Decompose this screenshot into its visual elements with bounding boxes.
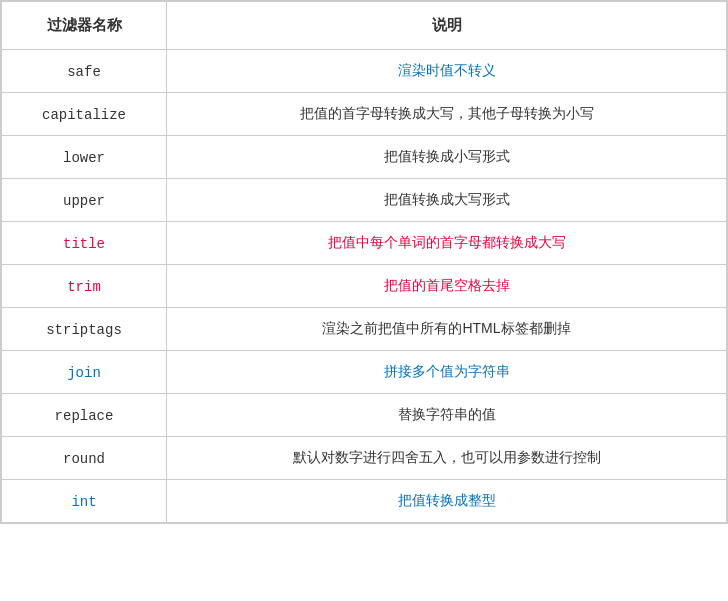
table-row: trim把值的首尾空格去掉 [2,265,727,308]
table-row: replace替换字符串的值 [2,394,727,437]
filter-name: int [2,480,167,523]
table-row: striptags渲染之前把值中所有的HTML标签都删掉 [2,308,727,351]
filter-desc: 渲染时值不转义 [167,50,727,93]
table-row: join拼接多个值为字符串 [2,351,727,394]
filter-desc: 把值转换成大写形式 [167,179,727,222]
filter-desc: 把值的首字母转换成大写，其他子母转换为小写 [167,93,727,136]
table-row: int把值转换成整型 [2,480,727,523]
filter-desc: 默认对数字进行四舍五入，也可以用参数进行控制 [167,437,727,480]
filter-name: safe [2,50,167,93]
filter-name: lower [2,136,167,179]
filter-name: trim [2,265,167,308]
filter-name: title [2,222,167,265]
col-header-desc: 说明 [167,2,727,50]
filter-desc: 拼接多个值为字符串 [167,351,727,394]
filter-name: round [2,437,167,480]
filter-table: 过滤器名称 说明 safe渲染时值不转义capitalize把值的首字母转换成大… [1,1,727,523]
filter-name: upper [2,179,167,222]
filter-desc: 把值转换成整型 [167,480,727,523]
col-header-name: 过滤器名称 [2,2,167,50]
filter-name: join [2,351,167,394]
filter-desc: 把值中每个单词的首字母都转换成大写 [167,222,727,265]
table-row: lower把值转换成小写形式 [2,136,727,179]
filter-desc: 替换字符串的值 [167,394,727,437]
filter-desc: 把值转换成小写形式 [167,136,727,179]
table-header-row: 过滤器名称 说明 [2,2,727,50]
filter-desc: 渲染之前把值中所有的HTML标签都删掉 [167,308,727,351]
filter-desc: 把值的首尾空格去掉 [167,265,727,308]
table-row: title把值中每个单词的首字母都转换成大写 [2,222,727,265]
filter-table-wrapper: 过滤器名称 说明 safe渲染时值不转义capitalize把值的首字母转换成大… [0,0,728,524]
filter-name: replace [2,394,167,437]
filter-name: striptags [2,308,167,351]
table-row: round默认对数字进行四舍五入，也可以用参数进行控制 [2,437,727,480]
table-row: upper把值转换成大写形式 [2,179,727,222]
table-row: capitalize把值的首字母转换成大写，其他子母转换为小写 [2,93,727,136]
table-row: safe渲染时值不转义 [2,50,727,93]
filter-name: capitalize [2,93,167,136]
